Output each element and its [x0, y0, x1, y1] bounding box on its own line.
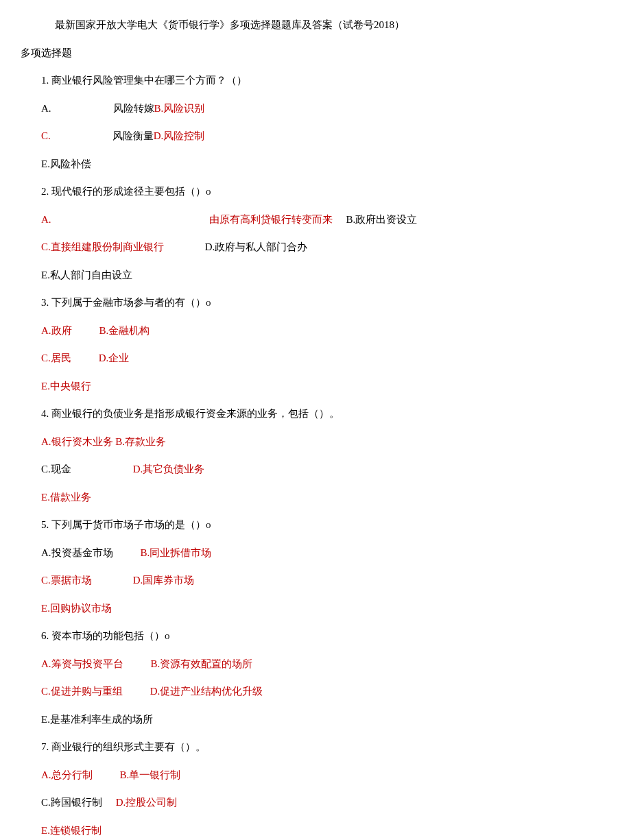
q2-option-e: E.私人部门自由设立 — [41, 269, 132, 280]
q6-option-a: A.筹资与投资平台 — [41, 658, 123, 669]
q2-option-c: C.直接组建股份制商业银行 — [41, 241, 164, 252]
question-3-row-e: E.中央银行 — [21, 379, 604, 394]
question-6-row-e: E.是基准利率生成的场所 — [21, 712, 604, 728]
q7-option-d: D.控股公司制 — [116, 797, 178, 808]
q4-option-d: D.其它负债业务 — [133, 464, 205, 475]
question-1-row-ab: A.风险转嫁B.风险识别 — [21, 101, 604, 117]
q7-option-a: A.总分行制 — [41, 769, 93, 780]
q7-option-c: C.跨国银行制 — [41, 797, 102, 808]
q6-option-d: D.促进产业结构优化升级 — [150, 686, 263, 697]
question-7-stem: 7. 商业银行的组织形式主要有（）。 — [21, 739, 604, 755]
question-6-stem: 6. 资本市场的功能包括（）o — [21, 628, 604, 644]
q5-option-d: D.国库券市场 — [133, 575, 195, 586]
question-2-row-cd: C.直接组建股份制商业银行D.政府与私人部门合办 — [21, 239, 604, 255]
q4-option-b: B.存款业务 — [115, 436, 166, 447]
q1-option-d: D.风险控制 — [154, 130, 205, 141]
q4-option-c: C.现金 — [41, 464, 71, 475]
question-4-row-ab: A.银行资木业务 B.存款业务 — [21, 434, 604, 450]
question-4-row-e: E.借款业务 — [21, 490, 604, 505]
question-1-stem: 1. 商业银行风险管理集中在哪三个方而？（） — [21, 73, 604, 88]
question-1-row-cd: C.风险衡量D.风险控制 — [21, 128, 604, 144]
question-5-stem: 5. 下列属于货币市场子市场的是（）o — [21, 517, 604, 533]
q3-option-b: B.金融机构 — [99, 325, 150, 336]
q2-option-a-label: A. — [41, 214, 51, 225]
q5-option-c: C.票据市场 — [41, 575, 92, 586]
question-7-row-ab: A.总分行制B.单一银行制 — [21, 767, 604, 783]
q5-option-e: E.回购协议市场 — [41, 603, 112, 614]
q2-option-a-text: 由原有高利贷银行转变而来 — [209, 214, 333, 225]
question-2-stem: 2. 现代银行的形成途径主要包括（）o — [21, 184, 604, 200]
q3-option-c: C.居民 — [41, 352, 71, 363]
question-6-row-cd: C.促进并购与重组D.促进产业结构优化升级 — [21, 684, 604, 699]
q4-option-a: A.银行资木业务 — [41, 436, 113, 447]
q1-option-a-text: 风险转嫁 — [113, 103, 154, 114]
q7-option-e: E.连锁银行制 — [41, 825, 102, 836]
question-5-row-e: E.回购协议市场 — [21, 601, 604, 616]
q1-option-c-label: C. — [41, 130, 51, 141]
question-1-row-e: E.风险补偿 — [21, 156, 604, 172]
question-4-stem: 4. 商业银行的负债业务是指形成银行资金来源的业务，包括（）。 — [21, 406, 604, 422]
q1-option-a-label: A. — [41, 103, 51, 114]
question-4-row-cd: C.现金D.其它负债业务 — [21, 461, 604, 477]
q4-option-e: E.借款业务 — [41, 492, 91, 503]
q5-option-a: A.投资基金市场 — [41, 547, 113, 558]
q6-option-b: B.资源有效配置的场所 — [151, 658, 253, 669]
q6-option-e: E.是基准利率生成的场所 — [41, 714, 153, 725]
question-7-row-e: E.连锁银行制 — [21, 823, 604, 839]
q6-option-c: C.促进并购与重组 — [41, 686, 123, 697]
q5-option-b: B.同业拆借市场 — [141, 547, 212, 558]
q3-option-e: E.中央银行 — [41, 381, 91, 392]
question-7-row-cd: C.跨国银行制D.控股公司制 — [21, 795, 604, 811]
document-title: 最新国家开放大学电大《货币银行学》多项选择题题库及答案（试卷号2018） — [21, 17, 604, 33]
question-3-row-cd: C.居民D.企业 — [21, 350, 604, 366]
q1-option-b: B.风险识别 — [154, 103, 205, 114]
q1-option-c-text: 风险衡量 — [112, 130, 154, 141]
question-2-row-ab: A.由原有高利贷银行转变而来B.政府出资设立 — [21, 212, 604, 228]
q3-option-a: A.政府 — [41, 325, 72, 336]
q2-option-d: D.政府与私人部门合办 — [205, 241, 308, 252]
q7-option-b: B.单一银行制 — [120, 769, 181, 780]
section-heading: 多项选择题 — [21, 45, 604, 61]
question-2-row-e: E.私人部门自由设立 — [21, 267, 604, 283]
question-6-row-ab: A.筹资与投资平台B.资源有效配置的场所 — [21, 656, 604, 672]
q3-option-d: D.企业 — [99, 352, 130, 363]
question-5-row-cd: C.票据市场D.国库券市场 — [21, 573, 604, 588]
question-3-row-ab: A.政府B.金融机构 — [21, 323, 604, 339]
q2-option-b: B.政府出资设立 — [346, 214, 418, 225]
q1-option-e: E.风险补偿 — [41, 158, 91, 169]
question-5-row-ab: A.投资基金市场B.同业拆借市场 — [21, 545, 604, 561]
question-3-stem: 3. 下列属于金融市场参与者的有（）o — [21, 295, 604, 311]
